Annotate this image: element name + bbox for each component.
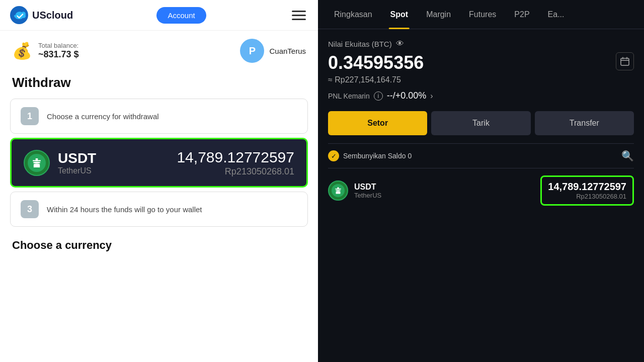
tab-futures-label: Futures [469,10,496,19]
pnl-arrow-icon[interactable]: › [430,92,433,101]
asset-left: USDT TetherUS [328,180,381,201]
account-button[interactable]: Account [156,7,206,24]
equity-value-group: 0.34595356 ≈ Rp227,154,164.75 [328,52,424,84]
user-avatar: P [240,39,264,63]
equity-label-row: Nilai Ekuitas (BTC) 👁 [328,39,634,48]
search-icon[interactable]: 🔍 [621,150,634,162]
eye-icon[interactable]: 👁 [396,39,404,48]
left-header: UScloud Account [0,0,318,31]
tab-p2p-label: P2P [514,10,529,19]
usdt-sub: TetherUS [58,166,96,175]
balance-left: 💰 Total balance: ~831.73 $ [12,41,79,60]
setor-button[interactable]: Setor [328,111,427,135]
tab-futures[interactable]: Futures [461,0,504,29]
equity-approx: ≈ Rp227,154,164.75 [328,75,424,84]
equity-label-text: Nilai Ekuitas (BTC) [328,40,392,48]
tab-spot-label: Spot [390,10,409,19]
asset-amount: 14,789.12772597 [548,181,626,193]
right-panel: Ringkasan Spot Margin Futures P2P Ea... … [318,0,644,362]
balance-info: Total balance: ~831.73 $ [38,42,79,60]
step-1-number: 1 [21,107,39,125]
pnl-value: --/+0.00% [387,90,427,101]
pnl-label: PNL Kemarin [328,92,370,100]
asset-rp: Rp213050268.01 [548,193,626,200]
hamburger-line-2 [292,15,306,16]
tab-margin[interactable]: Margin [418,0,459,29]
usdt-left: USDT TetherUS [24,150,96,176]
sembunyikan-text: Sembunyikan Saldo 0 [343,152,412,160]
hamburger-menu-button[interactable] [290,9,308,22]
asset-sub: TetherUS [354,192,381,199]
step-1-box: 1 Choose a currency for withdrawal [10,99,308,134]
step-3-text: Within 24 hours the funds will go to you… [47,205,202,214]
usdt-name: USDT [58,150,96,167]
money-bag-icon: 💰 [12,41,32,60]
action-buttons: Setor Tarik Transfer [328,111,634,135]
tab-margin-label: Margin [426,10,451,19]
history-icon-button[interactable] [616,52,634,70]
tab-ea[interactable]: Ea... [540,0,573,29]
tarik-button[interactable]: Tarik [431,111,530,135]
tab-ringkasan[interactable]: Ringkasan [326,0,380,29]
usdt-logo-icon [24,150,50,176]
filter-left: ✓ Sembunyikan Saldo 0 [328,150,412,161]
usdt-amount: 14,789.12772597 [177,148,294,166]
step-3-box: 3 Within 24 hours the funds will go to y… [10,192,308,227]
pnl-row: PNL Kemarin i --/+0.00% › [328,90,634,101]
asset-usdt-logo-icon [328,180,348,201]
step-1-text: Choose a currency for withdrawal [47,112,159,121]
withdraw-title: Withdraw [0,71,318,99]
balance-row: 💰 Total balance: ~831.73 $ P CuanTerus [0,31,318,71]
nav-tabs: Ringkasan Spot Margin Futures P2P Ea... [318,0,644,29]
asset-name: USDT [354,183,381,192]
svg-rect-2 [621,58,629,65]
username: CuanTerus [269,47,306,55]
balance-label: Total balance: [38,42,79,49]
asset-amount-box: 14,789.12772597 Rp213050268.01 [540,175,634,206]
uscloud-logo-icon [10,6,28,24]
tab-p2p[interactable]: P2P [506,0,537,29]
step-3-number: 3 [21,200,39,218]
balance-amount: ~831.73 $ [38,49,79,60]
usdt-right: 14,789.12772597 Rp213050268.01 [177,148,294,177]
asset-row-usdt: USDT TetherUS 14,789.12772597 Rp21305026… [328,168,634,213]
asset-name-group: USDT TetherUS [354,183,381,199]
left-panel: UScloud Account 💰 Total balance: ~831.73… [0,0,318,362]
hamburger-line-3 [292,19,306,20]
filter-row: ✓ Sembunyikan Saldo 0 🔍 [328,143,634,168]
tab-ea-label: Ea... [548,10,565,19]
logo-area: UScloud [10,6,73,24]
usdt-name-group: USDT TetherUS [58,150,96,176]
usdt-rp: Rp213050268.01 [177,166,294,177]
transfer-button[interactable]: Transfer [535,111,634,135]
tab-ringkasan-label: Ringkasan [334,10,372,19]
hamburger-line-1 [292,11,306,12]
usdt-selected-card[interactable]: USDT TetherUS 14,789.12772597 Rp21305026… [10,138,308,188]
right-content: Nilai Ekuitas (BTC) 👁 0.34595356 ≈ Rp227… [318,29,644,362]
sembunyikan-check-icon[interactable]: ✓ [328,150,339,161]
logo-text: UScloud [32,10,73,21]
user-info: P CuanTerus [240,39,306,63]
choose-currency-section: Choose a currency [0,235,318,252]
pnl-info-icon[interactable]: i [374,92,383,101]
tab-spot[interactable]: Spot [382,0,417,29]
equity-value: 0.34595356 [328,52,424,73]
equity-row: 0.34595356 ≈ Rp227,154,164.75 [328,52,634,84]
